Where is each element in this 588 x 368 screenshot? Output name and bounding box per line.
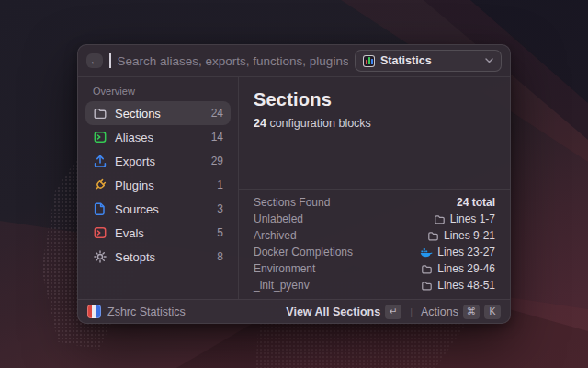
folder-icon bbox=[421, 263, 433, 275]
detail-count: 24 bbox=[254, 117, 266, 130]
actions-button[interactable]: Actions ⌘ K bbox=[421, 305, 501, 319]
sidebar-item-count: 14 bbox=[211, 131, 223, 144]
gear-icon bbox=[93, 249, 107, 264]
desktop: { "search": { "placeholder": "Search ali… bbox=[0, 0, 588, 368]
sidebar-item-count: 29 bbox=[211, 155, 223, 167]
sidebar-item-sections[interactable]: Sections 24 bbox=[85, 101, 231, 125]
folder-icon bbox=[427, 230, 439, 242]
status-separator: | bbox=[410, 306, 413, 317]
meta-row-environment: Environment Lines 29-46 bbox=[254, 260, 495, 277]
sidebar-item-label: Setopts bbox=[115, 250, 155, 264]
back-arrow-icon: ← bbox=[90, 56, 100, 66]
sidebar-item-exports[interactable]: Exports 29 bbox=[85, 149, 231, 173]
meta-row-archived: Archived Lines 9-21 bbox=[254, 227, 495, 244]
chevron-down-icon bbox=[485, 58, 493, 63]
folder-icon bbox=[434, 213, 446, 225]
sidebar-item-setopts[interactable]: Setopts 8 bbox=[85, 245, 231, 269]
meta-label: Sections Found bbox=[254, 196, 330, 209]
sidebar-item-count: 5 bbox=[217, 226, 223, 239]
meta-value: Lines 23-27 bbox=[437, 246, 495, 259]
meta-row-unlabeled: Unlabeled Lines 1-7 bbox=[254, 211, 495, 227]
sidebar: Overview Sections 24 Aliases 14 Exp bbox=[78, 77, 238, 299]
actions-label: Actions bbox=[421, 305, 458, 318]
sidebar-item-label: Exports bbox=[115, 155, 155, 168]
metadata-list: Sections Found 24 total Unlabeled Lines … bbox=[239, 190, 510, 299]
meta-label: Unlabeled bbox=[254, 213, 303, 225]
meta-value: Lines 9-21 bbox=[444, 229, 495, 242]
status-bar: Zshrc Statistics View All Sections ↵ | A… bbox=[78, 299, 510, 323]
meta-row-init-pyenv: _init_pyenv Lines 48-51 bbox=[254, 277, 495, 293]
command-key-icon: ⌘ bbox=[463, 305, 480, 319]
sidebar-item-aliases[interactable]: Aliases 14 bbox=[85, 125, 231, 149]
folder-icon bbox=[93, 106, 107, 121]
meta-row-sections-found: Sections Found 24 total bbox=[254, 194, 495, 211]
sidebar-item-sources[interactable]: Sources 3 bbox=[85, 197, 231, 221]
meta-value: 24 total bbox=[457, 196, 495, 209]
primary-action-label: View All Sections bbox=[286, 305, 380, 318]
k-key-badge: K bbox=[484, 305, 501, 319]
launcher-window: ← Statistics Overview Sections 24 bbox=[77, 44, 511, 324]
detail-panel: Sections 24 configuration blocks Section… bbox=[239, 77, 510, 299]
docker-whale-icon bbox=[420, 247, 433, 258]
sidebar-item-label: Sources bbox=[115, 202, 159, 216]
detail-header: Sections 24 configuration blocks bbox=[239, 77, 510, 130]
detail-title: Sections bbox=[254, 89, 495, 110]
meta-value: Lines 29-46 bbox=[437, 262, 495, 275]
meta-value: Lines 1-7 bbox=[450, 213, 495, 225]
detail-subtitle: 24 configuration blocks bbox=[254, 117, 495, 130]
primary-action-button[interactable]: View All Sections ↵ bbox=[286, 305, 401, 319]
sidebar-item-label: Aliases bbox=[115, 131, 153, 144]
back-button[interactable]: ← bbox=[86, 53, 103, 68]
sidebar-item-label: Evals bbox=[115, 226, 144, 240]
terminal-red-icon bbox=[93, 225, 107, 240]
sidebar-item-count: 8 bbox=[217, 250, 223, 263]
folder-icon bbox=[421, 280, 433, 292]
sidebar-item-count: 1 bbox=[217, 178, 223, 191]
zshrc-app-icon bbox=[87, 305, 101, 318]
meta-label: _init_pyenv bbox=[254, 279, 310, 292]
search-input[interactable] bbox=[118, 54, 349, 68]
sidebar-item-plugins[interactable]: Plugins 1 bbox=[85, 173, 231, 197]
sidebar-item-count: 3 bbox=[217, 202, 223, 215]
sidebar-item-label: Plugins bbox=[115, 178, 154, 192]
meta-label: Docker Completions bbox=[254, 246, 353, 259]
window-content: Overview Sections 24 Aliases 14 Exp bbox=[78, 77, 510, 299]
sidebar-item-label: Sections bbox=[115, 107, 161, 121]
terminal-green-icon bbox=[93, 130, 107, 144]
detail-count-suffix: configuration blocks bbox=[266, 117, 371, 130]
mode-dropdown-label: Statistics bbox=[380, 54, 480, 67]
sidebar-section-label: Overview bbox=[93, 86, 231, 97]
text-cursor bbox=[109, 53, 111, 68]
sidebar-item-evals[interactable]: Evals 5 bbox=[85, 221, 231, 245]
bar-chart-icon bbox=[363, 55, 375, 67]
return-key-icon: ↵ bbox=[385, 305, 401, 319]
meta-value: Lines 48-51 bbox=[437, 279, 495, 292]
meta-label: Archived bbox=[254, 229, 297, 242]
mode-dropdown[interactable]: Statistics bbox=[355, 50, 502, 72]
sidebar-item-count: 24 bbox=[211, 107, 223, 120]
app-name: Zshrc Statistics bbox=[107, 305, 186, 318]
document-icon bbox=[93, 201, 107, 216]
meta-label: Environment bbox=[254, 262, 315, 275]
meta-row-docker-completions: Docker Completions Lines 23-27 bbox=[254, 244, 495, 260]
search-bar: ← Statistics bbox=[78, 45, 510, 76]
upload-icon bbox=[93, 154, 107, 168]
plug-icon bbox=[93, 178, 107, 192]
